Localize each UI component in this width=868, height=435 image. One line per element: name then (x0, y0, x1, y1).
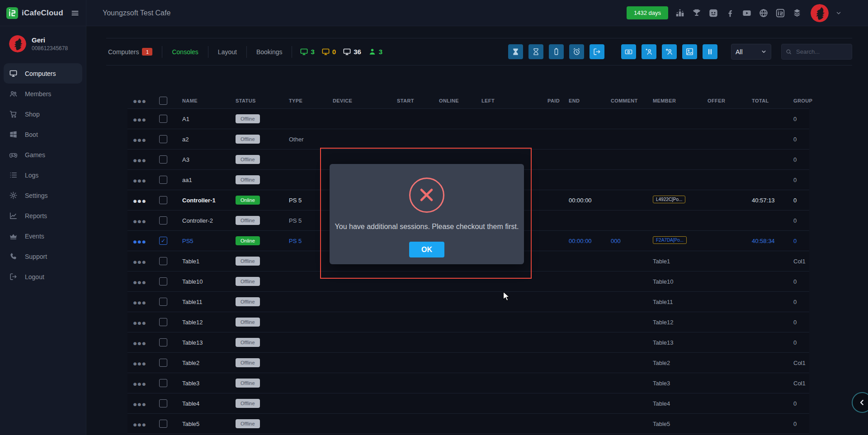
computer-filter-select[interactable]: All (731, 44, 771, 60)
status-badge: Offline (236, 135, 260, 144)
license-days-badge[interactable]: 1432 days (627, 6, 668, 19)
row-checkbox[interactable] (159, 216, 167, 225)
screen-view-button[interactable] (682, 44, 697, 59)
row-actions-menu[interactable]: ●●● (133, 178, 147, 183)
timer-button[interactable] (528, 44, 543, 59)
row-checkbox[interactable] (159, 420, 167, 428)
table-row[interactable]: ●●●Table13OfflineTable130 (127, 332, 809, 353)
group-cell: 0 (785, 170, 809, 190)
timer-filled-button[interactable] (508, 44, 523, 59)
sidebar-item-boot[interactable]: Boot (4, 124, 82, 145)
header-actions-menu[interactable]: ●●● (133, 99, 147, 103)
row-actions-menu[interactable]: ●●● (133, 280, 147, 285)
tab-consoles[interactable]: Consoles (170, 48, 200, 56)
icafecloud-mark-icon[interactable] (775, 8, 785, 18)
table-row[interactable]: ●●●Table11OfflineTable110 (127, 292, 809, 312)
account-chevron-down-icon[interactable] (835, 10, 842, 16)
row-actions-menu[interactable]: ●●● (133, 361, 147, 366)
sidebar-item-logs[interactable]: Logs (4, 165, 82, 185)
tab-bookings[interactable]: Bookings (255, 48, 284, 56)
member-cell: L4922C[Po... (645, 190, 699, 210)
row-actions-menu[interactable]: ●●● (133, 138, 147, 142)
row-checkbox[interactable] (159, 155, 167, 164)
layers-icon[interactable] (792, 8, 802, 18)
menu-toggle-icon[interactable] (71, 9, 80, 18)
user-avatar[interactable] (9, 35, 26, 52)
sidebar-item-settings[interactable]: Settings (4, 185, 82, 206)
row-checkbox[interactable] (159, 318, 167, 326)
member-cell: Table1 (645, 251, 699, 271)
add-member-button[interactable] (662, 44, 677, 59)
table-row[interactable]: ●●●Table2OfflineTable2Col1 (127, 353, 809, 373)
type-cell (281, 292, 325, 312)
row-checkbox[interactable] (159, 176, 167, 184)
alert-message: You have additional sessions. Please che… (330, 223, 524, 231)
tab-computers[interactable]: Computers1 (106, 48, 154, 56)
sidebar-item-members[interactable]: Members (4, 84, 82, 104)
row-actions-menu[interactable]: ●●● (133, 117, 147, 122)
status-cell: Offline (227, 393, 281, 414)
youtube-icon[interactable] (742, 8, 752, 18)
tab-layout[interactable]: Layout (216, 48, 239, 56)
money-button[interactable] (621, 44, 636, 59)
sidebar-item-games[interactable]: Games (4, 145, 82, 165)
row-checkbox[interactable] (159, 257, 167, 265)
table-row[interactable]: ●●●a2OfflineOther0 (127, 129, 809, 150)
member-badge[interactable]: F2A7DA[Po... (653, 236, 687, 244)
computer-name: Table3 (174, 373, 227, 393)
row-actions-menu[interactable]: ●●● (133, 158, 147, 163)
row-checkbox[interactable] (159, 135, 167, 143)
row-actions-menu[interactable]: ●●● (133, 321, 147, 325)
alarm-button[interactable] (569, 44, 584, 59)
table-row[interactable]: ●●●Table12OfflineTable120 (127, 312, 809, 332)
trophy-icon[interactable] (692, 8, 702, 18)
globe-icon[interactable] (759, 8, 769, 18)
checkout-button[interactable] (590, 44, 604, 59)
row-checkbox[interactable] (159, 338, 167, 346)
battery-button[interactable] (549, 44, 564, 59)
select-all-checkbox[interactable] (159, 97, 167, 105)
row-checkbox[interactable] (159, 196, 167, 204)
row-actions-menu[interactable]: ●●● (133, 341, 147, 346)
sidebar-item-computers[interactable]: Computers (4, 63, 82, 84)
table-row[interactable]: ●●●A1Offline0 (127, 109, 809, 129)
sidebar-item-logout[interactable]: Logout (4, 267, 82, 287)
pause-button[interactable] (703, 44, 717, 59)
sidebar-item-events[interactable]: Events (4, 226, 82, 246)
account-avatar[interactable] (811, 4, 829, 22)
sidebar-item-support[interactable]: Support (4, 246, 82, 267)
row-actions-menu[interactable]: ●●● (133, 260, 147, 264)
podium-icon[interactable] (675, 8, 685, 18)
row-checkbox[interactable] (159, 359, 167, 367)
row-actions-menu[interactable]: ●●● (133, 382, 147, 386)
table-row[interactable]: ●●●Table3OfflineTable3Col1 (127, 373, 809, 393)
tab-label: Consoles (172, 48, 198, 56)
row-checkbox[interactable]: ✓ (159, 237, 167, 245)
row-actions-menu[interactable]: ●●● (133, 402, 147, 407)
row-checkbox[interactable] (159, 399, 167, 407)
table-row[interactable]: ●●●Table5OfflineTable50 (127, 414, 809, 434)
left-cell (473, 414, 539, 434)
row-actions-menu[interactable]: ●●● (133, 199, 147, 203)
row-checkbox[interactable] (159, 277, 167, 285)
row-checkbox[interactable] (159, 298, 167, 306)
row-checkbox[interactable] (159, 115, 167, 123)
table-row[interactable]: ●●●Table4OfflineTable40 (127, 393, 809, 414)
sidebar-item-reports[interactable]: Reports (4, 206, 82, 226)
facebook-icon[interactable] (725, 8, 735, 18)
row-checkbox[interactable] (159, 379, 167, 387)
row-actions-menu[interactable]: ●●● (133, 300, 147, 305)
row-actions-menu[interactable]: ●●● (133, 239, 147, 244)
ok-button[interactable]: OK (409, 242, 444, 257)
discord-icon[interactable] (708, 8, 718, 18)
row-actions-menu[interactable]: ●●● (133, 422, 147, 427)
offer-cell (699, 332, 744, 353)
add-member-star-button[interactable] (642, 44, 656, 59)
member-badge[interactable]: L4922C[Po... (653, 196, 685, 203)
total-cell (744, 129, 785, 150)
search-input[interactable] (795, 48, 848, 56)
start-cell (389, 129, 431, 150)
sidebar-item-shop[interactable]: Shop (4, 104, 82, 124)
row-actions-menu[interactable]: ●●● (133, 219, 147, 224)
comment-cell: 000 (603, 231, 645, 251)
